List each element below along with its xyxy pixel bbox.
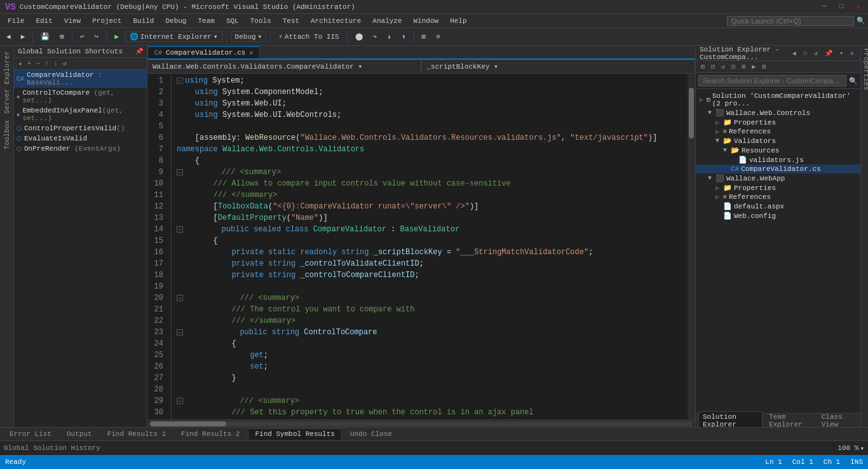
menu-tools[interactable]: Tools — [245, 16, 276, 26]
shortcuts-tool-add[interactable]: + — [25, 60, 33, 68]
code-editor[interactable]: 123 456 789 101112 131415 161718 192021 … — [147, 74, 695, 419]
h-scrollbar[interactable] — [147, 419, 695, 427]
tree-expand-webapp-props[interactable]: ▷ — [714, 184, 721, 192]
tree-expand-wwc-refs[interactable]: ▷ — [714, 128, 721, 135]
bottom-tab-output[interactable]: Output — [60, 428, 99, 440]
collapse-20[interactable]: − — [177, 295, 183, 301]
menu-file[interactable]: File — [3, 16, 29, 26]
tree-expand-wwc-props[interactable]: ▷ — [714, 119, 721, 126]
v-scroll-thumb[interactable] — [689, 88, 694, 139]
bottom-tab-undoclose[interactable]: Undo Close — [343, 428, 399, 440]
menu-team[interactable]: Team — [193, 16, 219, 26]
tree-project-webapp[interactable]: ▼ ⬛ Wallace.WebApp — [696, 173, 860, 183]
tree-expand-resources[interactable]: ▼ — [721, 147, 729, 154]
se-footer-tab-classview[interactable]: Class View — [818, 412, 858, 428]
collapse-14[interactable]: − — [177, 226, 183, 233]
tree-wwc-properties[interactable]: ▷ 📁 Properties — [696, 118, 860, 127]
close-btn[interactable]: ✕ — [853, 3, 863, 11]
browser-dropdown[interactable]: 🌐 Internet Explorer ▾ — [125, 31, 222, 42]
se-footer-tab-team[interactable]: Team Explorer — [765, 412, 815, 428]
tree-expand-webapp[interactable]: ▼ — [706, 175, 714, 182]
shortcut-item-4[interactable]: ⬡ EvaluateIsValid — [14, 133, 147, 144]
se-tool-2[interactable]: ⊟ — [709, 62, 717, 71]
shortcut-item-5[interactable]: ⬡ OnPreRender (EventArgs) — [14, 144, 147, 154]
server-explorer-label[interactable]: Server Explorer — [2, 48, 12, 116]
se-toolbar-refresh[interactable]: ↺ — [811, 49, 820, 58]
se-toolbar-nav-back[interactable]: ◀ — [790, 49, 799, 58]
tree-solution[interactable]: ▷ ⊟ Solution 'CustomCompareValidator' (2… — [696, 92, 860, 108]
shortcuts-tool-refresh[interactable]: ↺ — [61, 59, 69, 68]
code-content[interactable]: −using System; using System.ComponentMod… — [172, 74, 688, 419]
menu-test[interactable]: Test — [278, 16, 304, 26]
menu-view[interactable]: View — [59, 16, 86, 26]
toolbar-misc2[interactable]: ≡ — [432, 32, 444, 42]
toolbar-run[interactable]: ▶ — [111, 31, 123, 42]
tree-expand-validators[interactable]: ▼ — [714, 137, 721, 144]
menu-project[interactable]: Project — [87, 16, 126, 26]
se-toolbar-chevron[interactable]: ▾ — [837, 49, 846, 58]
tree-wwc-validators[interactable]: ▼ 📂 Validators — [696, 136, 860, 146]
menu-debug[interactable]: Debug — [160, 16, 191, 26]
properties-label[interactable]: Properties — [861, 46, 868, 93]
toolbar-stepout[interactable]: ↟ — [398, 31, 410, 42]
collapse-9[interactable]: − — [177, 169, 183, 175]
menu-build[interactable]: Build — [128, 16, 159, 26]
toolbox-label[interactable]: Toolbox — [2, 118, 12, 152]
menu-help[interactable]: Help — [445, 16, 471, 26]
h-scroll-track[interactable] — [150, 421, 693, 426]
class-dropdown[interactable]: Wallace.Web.Controls.Validators.CompareV… — [147, 61, 421, 72]
toolbar-stepover[interactable]: ↷ — [369, 31, 381, 42]
toolbar-stepin[interactable]: ↡ — [383, 31, 395, 42]
collapse-29[interactable]: − — [177, 398, 183, 404]
se-close-btn[interactable]: ✕ — [848, 49, 857, 58]
shortcut-item-3[interactable]: ⬡ ControlPropertiesValid() — [14, 123, 147, 133]
bottom-tab-findresults2[interactable]: Find Results 2 — [174, 428, 247, 440]
vertical-scrollbar[interactable] — [688, 74, 695, 419]
tree-web-config[interactable]: 📄 Web.config — [696, 211, 860, 221]
tree-webapp-references[interactable]: ▷ ≡ References — [696, 193, 860, 201]
collapse-23[interactable]: − — [177, 329, 183, 336]
shortcut-item-0[interactable]: C# CompareValidator : BaseVali... — [14, 70, 147, 88]
zoom-control[interactable]: 100 % ▾ — [837, 444, 864, 452]
tree-default-aspx[interactable]: 📄 default.aspx — [696, 201, 860, 211]
se-toolbar-pin[interactable]: 📌 — [822, 49, 835, 58]
se-toolbar-home[interactable]: ⌂ — [801, 49, 810, 58]
shortcuts-tool-down[interactable]: ↓ — [52, 60, 60, 68]
tree-wwc-references[interactable]: ▷ ≡ References — [696, 127, 860, 136]
se-tool-6[interactable]: ▶ — [749, 62, 758, 71]
tree-validators-js[interactable]: 📄 validators.js — [696, 155, 860, 165]
active-editor-tab[interactable]: C# CompareValidator.cs ✕ — [147, 46, 260, 58]
menu-analyze[interactable]: Analyze — [367, 16, 407, 26]
toolbar-attach-iis[interactable]: ⚡ Attach To IIS — [275, 31, 342, 42]
toolbar-undo[interactable]: ↩ — [76, 31, 88, 42]
se-search-input[interactable] — [698, 75, 846, 86]
maximize-btn[interactable]: □ — [837, 3, 846, 11]
toolbar-redo[interactable]: ↪ — [91, 31, 103, 42]
minimize-btn[interactable]: ─ — [820, 3, 829, 11]
shortcut-item-2[interactable]: ◈ EmbeddedInAjaxPanel(get, set...) — [14, 105, 147, 123]
bottom-tab-findsymbol[interactable]: Find Symbol Results — [248, 428, 341, 440]
shortcut-item-1[interactable]: ◈ ControlToCompare (get, set...) — [14, 88, 147, 105]
tree-expand-wwc[interactable]: ▼ — [706, 109, 714, 116]
shortcuts-tool-up[interactable]: ↑ — [43, 60, 51, 68]
bottom-tab-errorlist[interactable]: Error List — [3, 428, 58, 440]
tree-compare-validator-cs[interactable]: C# CompareValidator.cs — [696, 165, 860, 173]
se-tool-5[interactable]: ⊞ — [739, 62, 748, 71]
toolbar-misc1[interactable]: ⊞ — [418, 31, 430, 42]
se-tool-3[interactable]: ↺ — [719, 62, 728, 71]
tree-project-wwc[interactable]: ▼ ⬛ Wallace.Web.Controls — [696, 108, 860, 118]
member-dropdown[interactable]: _scriptBlockKey ▾ — [421, 61, 696, 72]
se-tool-1[interactable]: ⊞ — [698, 62, 707, 71]
menu-window[interactable]: Window — [409, 16, 444, 26]
se-footer-tab-solution[interactable]: Solution Explorer — [698, 411, 763, 428]
tree-resources-folder[interactable]: ▼ 📂 Resources — [696, 146, 860, 155]
menu-sql[interactable]: SQL — [221, 16, 244, 26]
tree-webapp-properties[interactable]: ▷ 📁 Properties — [696, 183, 860, 193]
tree-expand-solution[interactable]: ▷ — [698, 96, 705, 104]
se-tool-7[interactable]: ⊞ — [759, 62, 768, 71]
se-tool-4[interactable]: ⊡ — [729, 62, 738, 71]
toolbar-nav-back[interactable]: ◀ — [3, 31, 15, 42]
menu-architecture[interactable]: Architecture — [306, 16, 366, 26]
tree-expand-webapp-refs[interactable]: ▷ — [714, 193, 721, 201]
toolbar-nav-fwd[interactable]: ▶ — [17, 31, 29, 42]
